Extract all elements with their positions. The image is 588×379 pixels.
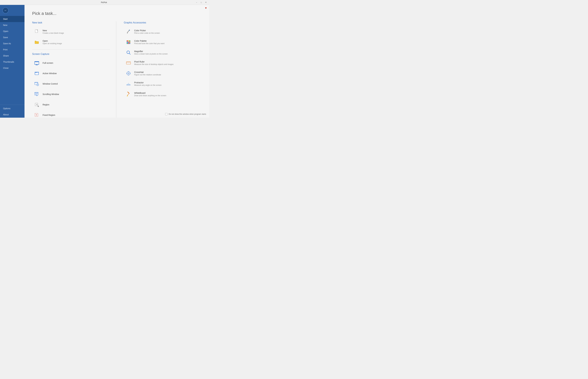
maximize-button[interactable]: □ [199,1,203,4]
task-open[interactable]: Open Open an existing image [32,37,110,47]
svg-rect-4 [36,65,37,65]
close-button[interactable]: ✕ [204,1,208,4]
sidebar-item-new[interactable]: New [0,22,25,28]
svg-rect-45 [128,43,129,44]
svg-rect-43 [129,42,130,43]
svg-rect-2 [35,62,39,62]
heart-icon: ♥ [205,6,207,10]
screen-capture-title: Screen Capture [32,53,110,55]
svg-line-65 [127,93,129,95]
sidebar-item-save[interactable]: Save [0,34,25,40]
do-not-show-checkbox[interactable] [165,113,167,115]
svg-rect-46 [129,43,130,44]
sidebar-item-share[interactable]: Share [0,53,25,59]
task-new[interactable]: New Create a new blank image [32,27,110,37]
svg-rect-5 [35,65,38,65]
svg-line-48 [129,53,130,54]
new-task-title: New task [32,21,110,24]
task-fixed-region[interactable]: Fixed Region [32,110,110,118]
page-title: Pick a task... [32,11,201,16]
title-bar: PicPick − □ ✕ [0,0,209,5]
task-window-control[interactable]: Window Control [32,79,110,89]
new-icon [33,28,40,35]
task-pixel-ruler[interactable]: Pixel Ruler Measure the size of desktop … [124,58,202,68]
svg-rect-9 [36,72,37,73]
window-title: PicPick [14,1,195,3]
task-color-palette[interactable]: Color Palette Find and tune the color th… [124,37,202,47]
svg-rect-39 [128,40,129,42]
svg-point-36 [129,30,130,31]
svg-rect-44 [127,43,128,44]
task-scrolling-window[interactable]: Scrolling Window [32,90,110,99]
svg-rect-35 [127,32,128,34]
section-divider [32,49,110,50]
svg-rect-42 [128,42,129,43]
task-crosshair[interactable]: CrossHair Figure out the relative coordi… [124,68,202,78]
back-button[interactable]: ← [1,6,10,15]
sidebar-item-start[interactable]: Start [0,16,25,22]
svg-rect-38 [127,40,128,42]
minimize-button[interactable]: − [195,1,199,4]
open-icon [33,39,40,46]
sidebar: ← Start New Open Save Save As Print Shar… [0,5,25,118]
fullscreen-icon [33,60,40,66]
window-controls: − □ ✕ [195,1,208,4]
sidebar-bottom: Options About [0,104,25,118]
sidebar-item-thumbnails[interactable]: Thumbnails [0,59,25,65]
task-color-picker[interactable]: Color Picker Pick a color code on the sc… [124,27,202,37]
graphic-accessories-title: Graphic Accessories [124,21,202,24]
svg-rect-64 [127,92,129,94]
task-region[interactable]: Region [32,100,110,110]
left-section: New task New Create a new blank image [32,21,116,118]
magnifier-icon [125,49,132,56]
color-palette-icon [125,39,132,46]
task-whiteboard[interactable]: WhiteBoard Draw and share anything on th… [124,89,202,99]
right-section: Graphic Accessories Color Picker Pick a … [122,21,202,118]
region-icon [33,101,40,108]
svg-marker-20 [36,95,37,96]
active-window-icon [33,70,40,77]
scrolling-window-icon [33,91,40,98]
sidebar-item-options[interactable]: Options [0,105,25,111]
task-protractor[interactable]: Protractor Measure any angle on the scre… [124,79,202,89]
sections-wrapper: New task New Create a new blank image [32,21,201,118]
do-not-show-label: Do not show this window when program sta… [169,113,206,115]
protractor-icon [125,80,132,87]
content-footer: Do not show this window when program sta… [165,113,206,115]
main-layout: ← Start New Open Save Save As Print Shar… [0,5,209,118]
svg-point-57 [128,73,129,74]
task-fullscreen[interactable]: Full-screen [32,58,110,68]
svg-rect-15 [35,92,38,95]
whiteboard-icon [125,91,132,98]
svg-rect-41 [127,42,128,43]
sidebar-item-print[interactable]: Print [0,47,25,53]
task-active-window[interactable]: Active Window [32,69,110,79]
pixel-ruler-icon [125,60,132,66]
svg-rect-40 [129,40,130,42]
task-magnifier[interactable]: Magnifier Give a closer look at pixels o… [124,48,202,57]
content-area: ♥ Pick a task... New task [25,5,209,118]
sidebar-divider [0,105,25,105]
sidebar-item-open[interactable]: Open [0,28,25,34]
back-circle-icon: ← [2,7,9,14]
sidebar-item-save-as[interactable]: Save As [0,40,25,47]
svg-rect-8 [35,72,36,73]
fixed-region-icon [33,112,40,118]
sidebar-nav: Start New Open Save Save As Print Share … [0,16,25,118]
crosshair-icon [125,70,132,77]
color-picker-icon [125,28,132,35]
sidebar-item-close[interactable]: Close [0,65,25,71]
window-control-icon [33,80,40,87]
sidebar-item-about[interactable]: About [0,111,25,118]
